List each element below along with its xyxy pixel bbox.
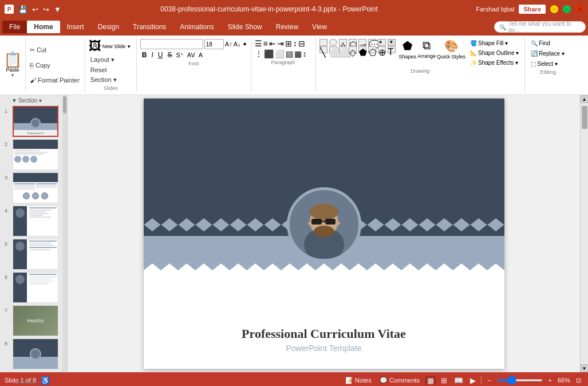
shape-outline-button[interactable]: 📐 Shape Outline ▾ bbox=[468, 49, 521, 57]
shape-item[interactable] bbox=[319, 39, 327, 46]
shape-item[interactable]: ⬜ bbox=[329, 46, 337, 53]
undo-button[interactable]: ↩ bbox=[31, 5, 40, 14]
scroll-up-button[interactable]: ▲ bbox=[581, 95, 589, 103]
more-shapes-button[interactable]: ▼ bbox=[388, 39, 396, 46]
slide-thumb-7[interactable]: 7 PHOTO bbox=[13, 305, 62, 336]
shape-item[interactable]: ⬟ bbox=[358, 46, 366, 53]
tab-home[interactable]: Home bbox=[27, 21, 60, 33]
shape-item[interactable]: 💬 bbox=[368, 39, 376, 46]
paste-button[interactable]: 📋 Paste ▼ bbox=[3, 39, 26, 91]
shape-item[interactable]: ⊕ bbox=[378, 46, 386, 53]
shape-item[interactable]: ★ bbox=[378, 39, 386, 46]
select-button[interactable]: ⬚ Select ▾ bbox=[528, 60, 566, 68]
numbered-list-button[interactable]: ≡ bbox=[263, 39, 268, 48]
columns-button[interactable]: ⊞ bbox=[285, 39, 292, 48]
panel-scrollbar[interactable] bbox=[62, 95, 67, 372]
cut-button[interactable]: ✂ Cut bbox=[28, 46, 81, 54]
fit-window-button[interactable]: ⊡ bbox=[574, 377, 583, 384]
decrease-font-button[interactable]: A↓ bbox=[234, 41, 241, 48]
shape-item[interactable]: ⬡ bbox=[349, 39, 357, 46]
tell-me-input[interactable]: 🔍 Tell me what you want to do... bbox=[494, 21, 586, 33]
shape-fill-button[interactable]: 🪣 Shape Fill ▾ bbox=[468, 39, 521, 48]
tab-transitions[interactable]: Transitions bbox=[126, 21, 173, 33]
strikethrough-button[interactable]: S bbox=[166, 50, 174, 60]
font-family-input[interactable] bbox=[140, 39, 203, 49]
tab-file[interactable]: File bbox=[2, 21, 27, 33]
notes-button[interactable]: 📝 Notes bbox=[343, 377, 374, 384]
tab-review[interactable]: Review bbox=[269, 21, 305, 33]
shape-item[interactable]: ⬠ bbox=[368, 46, 376, 53]
shape-item[interactable]: ⬜ bbox=[339, 46, 347, 53]
font-size-input[interactable] bbox=[204, 39, 224, 49]
slide-thumb-4[interactable]: 4 bbox=[13, 206, 62, 237]
maximize-button[interactable]: □ bbox=[563, 5, 571, 13]
align-left-button[interactable]: ⬛ bbox=[264, 49, 274, 58]
slide-canvas[interactable]: Professional Curriculum Vitae PowerPoint… bbox=[144, 99, 504, 369]
shape-item[interactable]: → bbox=[358, 39, 366, 46]
slide-thumb-3[interactable]: 3 bbox=[13, 172, 62, 203]
replace-button[interactable]: 🔄 Replace ▾ bbox=[528, 49, 566, 58]
tab-slideshow[interactable]: Slide Show bbox=[221, 21, 269, 33]
section-button[interactable]: Section ▾ bbox=[89, 76, 131, 84]
line-spacing-button[interactable]: ↕ bbox=[303, 49, 307, 58]
scroll-down-button[interactable]: ▼ bbox=[581, 364, 589, 372]
tab-animations[interactable]: Animations bbox=[173, 21, 220, 33]
new-slide-button[interactable]: 🖼 New Slide ▼ bbox=[89, 39, 131, 54]
shapes-button[interactable]: ⬟ Shapes bbox=[399, 39, 417, 60]
share-button[interactable]: Share bbox=[519, 5, 546, 14]
char-spacing-button[interactable]: AV bbox=[186, 52, 196, 58]
normal-view-button[interactable]: ▦ bbox=[425, 376, 436, 385]
zoom-out-button[interactable]: − bbox=[485, 377, 493, 384]
slideshow-view-button[interactable]: ▶ bbox=[468, 376, 477, 385]
bullet-list-button[interactable]: ☰ bbox=[255, 39, 262, 48]
clear-format-button[interactable]: ✦ bbox=[242, 41, 247, 48]
font-color-button[interactable]: A bbox=[198, 52, 204, 58]
tab-view[interactable]: View bbox=[305, 21, 334, 33]
underline-button[interactable]: U bbox=[156, 50, 165, 60]
arrange-button[interactable]: ⧉ Arrange bbox=[417, 39, 436, 60]
decrease-indent-button[interactable]: ⇤ bbox=[269, 39, 276, 48]
slide-thumb-1[interactable]: 1 Professional CV bbox=[13, 106, 62, 137]
zoom-in-button[interactable]: + bbox=[546, 377, 554, 384]
reset-button[interactable]: Reset bbox=[89, 66, 131, 74]
slide-thumb-5[interactable]: 5 bbox=[13, 239, 62, 270]
text-direction-button[interactable]: ↕ bbox=[293, 39, 297, 48]
more-button[interactable]: ▼ bbox=[53, 5, 62, 14]
bold-button[interactable]: B bbox=[140, 50, 149, 60]
zoom-slider[interactable] bbox=[497, 379, 543, 381]
copy-button[interactable]: ⎘ Copy bbox=[28, 61, 81, 69]
format-painter-button[interactable]: 🖌 Format Painter bbox=[28, 76, 81, 84]
text-shadow-button[interactable]: S⁺ bbox=[175, 52, 185, 59]
slide-thumb-8[interactable]: 8 bbox=[13, 338, 62, 369]
justify-button[interactable]: ▦ bbox=[294, 49, 302, 58]
save-button[interactable]: 💾 bbox=[17, 5, 29, 14]
align-right-button[interactable]: ▤ bbox=[286, 49, 293, 58]
shape-item[interactable]: △ bbox=[339, 39, 347, 46]
smartart-button[interactable]: ⋮ bbox=[255, 49, 263, 58]
right-scrollbar[interactable]: ▲ ▼ bbox=[580, 95, 588, 372]
close-button[interactable]: ✕ bbox=[575, 5, 583, 13]
shape-item[interactable]: ◇ bbox=[349, 46, 357, 53]
shape-effects-button[interactable]: ✨ Shape Effects ▾ bbox=[468, 58, 521, 67]
quick-styles-button[interactable]: 🎨 Quick Styles bbox=[437, 39, 465, 60]
tab-design[interactable]: Design bbox=[91, 21, 126, 33]
tab-insert[interactable]: Insert bbox=[60, 21, 91, 33]
shape-item[interactable] bbox=[329, 39, 337, 46]
scroll-thumb[interactable] bbox=[582, 106, 587, 129]
shape-item[interactable]: T bbox=[388, 46, 396, 53]
align-text-button[interactable]: ⊟ bbox=[298, 39, 305, 48]
reading-view-button[interactable]: 📖 bbox=[452, 376, 465, 385]
increase-indent-button[interactable]: ⇥ bbox=[277, 39, 284, 48]
redo-button[interactable]: ↪ bbox=[42, 5, 50, 14]
slide-thumb-6[interactable]: 6 bbox=[13, 272, 62, 303]
align-center-button[interactable]: ⬜ bbox=[275, 49, 285, 58]
italic-button[interactable]: I bbox=[149, 50, 155, 60]
panel-scrollbar-thumb[interactable] bbox=[63, 96, 66, 113]
comments-button[interactable]: 💬 Comments bbox=[377, 377, 422, 384]
section-expand-icon[interactable]: ▼ bbox=[11, 97, 17, 104]
layout-button[interactable]: Layout ▾ bbox=[89, 56, 131, 64]
increase-font-button[interactable]: A↑ bbox=[225, 41, 232, 48]
find-button[interactable]: 🔍 Find bbox=[528, 39, 566, 48]
slide-thumb-2[interactable]: 2 bbox=[13, 139, 62, 170]
minimize-button[interactable]: − bbox=[550, 5, 558, 13]
